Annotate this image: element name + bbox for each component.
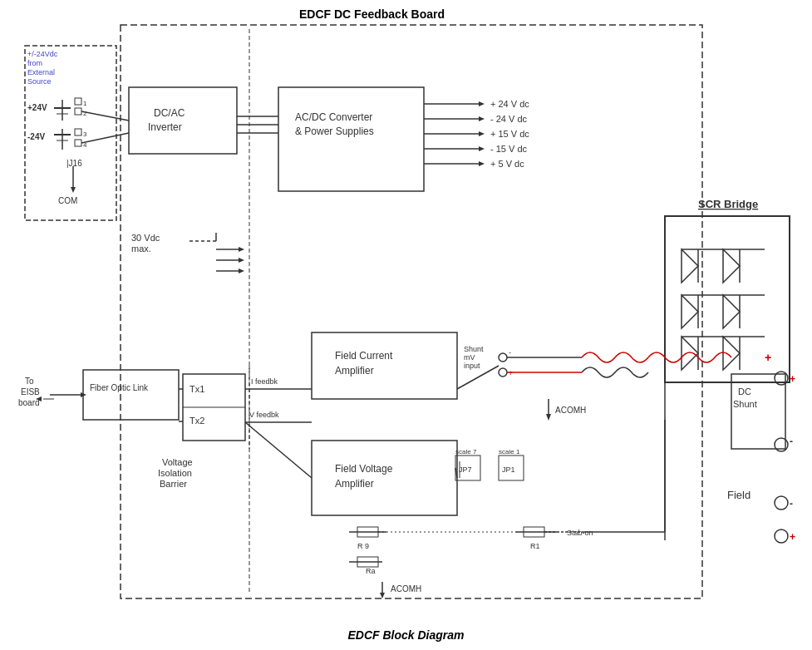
acdc-label: AC/DC Converter: [295, 111, 372, 123]
to-eisb-label2: EISB: [21, 387, 40, 396]
voltage-isolation-label: Voltage: [162, 457, 193, 467]
svg-text:-: -: [509, 348, 511, 357]
field-voltage-amp-label: Field Voltage: [335, 463, 393, 475]
supply-label3: External: [27, 68, 55, 76]
svg-point-49: [499, 353, 507, 362]
svg-line-20: [81, 133, 129, 143]
svg-rect-97: [731, 374, 785, 449]
shunt-minus-label: -: [790, 436, 793, 447]
stab-on-label: Stab-on: [567, 529, 593, 537]
j16-label: |J16: [66, 159, 82, 168]
svg-rect-0: [121, 25, 702, 598]
com-label: COM: [58, 196, 77, 205]
svg-marker-79: [682, 249, 698, 283]
plus5vdc-label: + 5 V dc: [490, 159, 524, 169]
svg-marker-82: [723, 249, 740, 283]
svg-rect-71: [83, 370, 179, 420]
svg-marker-41: [239, 258, 244, 263]
field-current-amp-label2: Amplifier: [335, 365, 374, 377]
plus24v-label: +24V: [27, 103, 47, 112]
field-label: Field: [727, 489, 750, 501]
fiber-optic-label: Fiber Optic Link: [90, 383, 149, 392]
svg-rect-18: [129, 87, 237, 154]
voltage-isolation-label3: Barrier: [160, 479, 187, 489]
ra-label: Ra: [366, 567, 376, 575]
svg-marker-33: [479, 146, 485, 151]
svg-text:2: 2: [83, 110, 87, 117]
v-feedbk-label: V feedbk: [249, 411, 279, 419]
svg-marker-56: [546, 414, 551, 421]
svg-point-98: [775, 496, 788, 510]
svg-marker-29: [479, 116, 485, 121]
minus24vdc-label: - 24 V dc: [490, 114, 528, 124]
svg-text:3: 3: [83, 130, 87, 138]
shunt-mv-label3: input: [464, 362, 480, 370]
svg-rect-5: [75, 98, 81, 105]
acdc-label2: & Power Supplies: [295, 126, 374, 137]
i-feedbk-label: I feedbk: [251, 377, 278, 386]
to-eisb-label3: board: [18, 398, 40, 407]
field-minus-label: -: [790, 498, 793, 510]
field-current-amp-label: Field Current: [335, 350, 393, 362]
svg-rect-57: [312, 441, 457, 515]
acomh-label2: ACOMH: [391, 584, 421, 593]
plus15vdc-label: + 15 V dc: [490, 129, 529, 139]
svg-marker-35: [479, 161, 485, 166]
board-title: EDCF DC Feedback Board: [299, 7, 445, 21]
voltage-isolation-label2: Isolation: [158, 468, 192, 478]
dcac-inverter-label: DC/AC: [154, 107, 185, 119]
svg-rect-48: [312, 332, 457, 399]
svg-rect-9: [75, 129, 81, 135]
field-voltage-amp-label2: Amplifier: [335, 478, 374, 490]
supply-label4: Source: [27, 77, 52, 86]
svg-marker-91: [682, 337, 698, 370]
supply-label2: from: [27, 59, 42, 67]
field-plus-label: +: [790, 531, 795, 543]
svg-rect-22: [278, 87, 424, 191]
scr-bridge-label: SCR Bridge: [698, 198, 758, 210]
diagram-container: EDCF DC Feedback Board +/-24Vdc from Ext…: [0, 0, 812, 650]
minus24v-label: -24V: [27, 132, 45, 141]
shunt-mv-label2: mV: [464, 353, 475, 362]
svg-marker-27: [479, 101, 485, 106]
scr-plus-label: +: [765, 351, 771, 364]
svg-point-99: [775, 529, 788, 543]
svg-point-51: [499, 368, 507, 377]
diagram-caption: EDCF Block Diagram: [347, 628, 464, 642]
scale1-label: scale 1: [499, 448, 520, 455]
shunt-plus-label: +: [790, 373, 795, 385]
vdc30-label2: max.: [131, 244, 151, 254]
svg-marker-88: [723, 295, 740, 328]
tx2-label: Tx2: [189, 416, 204, 426]
plus24vdc-label: + 24 V dc: [490, 99, 529, 109]
tx1-label: Tx1: [189, 384, 204, 394]
vdc30-label: 30 Vdc: [131, 233, 160, 243]
svg-rect-11: [75, 140, 81, 146]
svg-marker-31: [479, 131, 485, 136]
jp7-label: JP7: [459, 465, 472, 474]
svg-marker-17: [71, 187, 76, 193]
svg-marker-43: [239, 268, 244, 273]
minus15vdc-label: - 15 V dc: [490, 144, 528, 154]
svg-text:1: 1: [83, 100, 87, 107]
r1-label: R1: [530, 542, 540, 550]
svg-rect-7: [75, 108, 81, 115]
svg-line-19: [81, 111, 129, 121]
svg-line-61: [245, 422, 312, 478]
supply-label: +/-24Vdc: [27, 50, 58, 58]
dc-shunt-label: DC: [738, 387, 751, 396]
jp1-label: JP1: [502, 465, 515, 474]
svg-text:+: +: [509, 369, 513, 377]
dcac-inverter-label2: Inverter: [148, 121, 182, 133]
to-eisb-label: To: [25, 377, 34, 386]
acomh-label1: ACOMH: [555, 406, 586, 415]
svg-marker-70: [380, 593, 385, 598]
dc-shunt-label2: Shunt: [733, 399, 757, 409]
svg-marker-39: [239, 247, 244, 252]
svg-marker-85: [682, 295, 698, 328]
scale7-label: scale 7: [455, 448, 477, 455]
shunt-mv-label: Shunt: [464, 345, 484, 353]
r9-label: R 9: [357, 542, 369, 550]
